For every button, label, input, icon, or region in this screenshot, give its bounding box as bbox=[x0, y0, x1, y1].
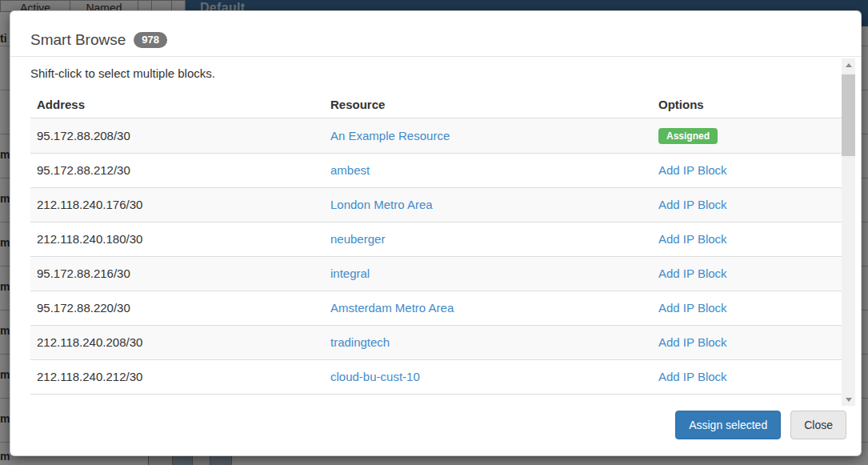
resource-cell: Amsterdam Metro Area bbox=[324, 291, 652, 326]
scrollbar-thumb[interactable] bbox=[842, 74, 855, 156]
address-cell[interactable]: 95.172.88.220/30 bbox=[30, 291, 324, 326]
options-cell: Add IP Block bbox=[652, 326, 842, 360]
address-cell[interactable]: 95.172.88.212/30 bbox=[30, 154, 324, 188]
resource-cell: tradingtech bbox=[324, 326, 652, 360]
close-button[interactable]: Close bbox=[790, 411, 846, 439]
add-ip-block-link[interactable]: Add IP Block bbox=[658, 163, 727, 177]
add-ip-block-link[interactable]: Add IP Block bbox=[658, 267, 727, 280]
modal-body: Shift-click to select multiple blocks. A… bbox=[10, 57, 861, 407]
resource-link[interactable]: ambest bbox=[330, 163, 370, 177]
options-cell: Add IP Block bbox=[652, 257, 842, 291]
address-cell[interactable]: 212.118.240.176/30 bbox=[30, 188, 324, 222]
resource-link[interactable]: integral bbox=[330, 267, 370, 280]
resource-link[interactable]: London Metro Area bbox=[330, 198, 433, 211]
address-cell[interactable]: 95.172.88.208/30 bbox=[30, 118, 324, 154]
scrollbar[interactable] bbox=[842, 58, 855, 406]
resource-link[interactable]: tradingtech bbox=[330, 335, 390, 349]
table-header-row: Address Resource Options bbox=[30, 91, 842, 118]
assign-selected-button[interactable]: Assign selected bbox=[675, 411, 781, 439]
modal-header: Smart Browse 978 bbox=[10, 11, 861, 57]
table-row[interactable]: 212.118.240.208/30 tradingtech Add IP Bl… bbox=[30, 326, 842, 360]
column-header-resource: Resource bbox=[324, 91, 652, 118]
scrollbar-down-arrow[interactable] bbox=[842, 393, 855, 406]
resource-cell: integral bbox=[324, 257, 652, 291]
column-header-options: Options bbox=[652, 91, 842, 118]
resource-cell: An Example Resource bbox=[324, 118, 652, 154]
address-cell[interactable]: 212.118.240.208/30 bbox=[30, 326, 324, 360]
address-cell[interactable]: 95.172.88.216/30 bbox=[30, 257, 324, 291]
table-row[interactable]: 95.172.88.220/30 Amsterdam Metro Area Ad… bbox=[30, 291, 842, 326]
table-row[interactable]: 95.172.88.208/30 An Example Resource Ass… bbox=[30, 118, 842, 154]
add-ip-block-link[interactable]: Add IP Block bbox=[658, 232, 727, 246]
column-header-address: Address bbox=[30, 91, 324, 118]
modal-footer: Assign selected Close bbox=[10, 407, 861, 455]
add-ip-block-link[interactable]: Add IP Block bbox=[658, 370, 727, 383]
table-row[interactable]: 212.118.240.180/30 neuberger Add IP Bloc… bbox=[30, 222, 842, 257]
table-row[interactable]: 95.172.88.216/30 integral Add IP Block bbox=[30, 257, 842, 291]
count-badge: 978 bbox=[134, 32, 167, 48]
hint-text: Shift-click to select multiple blocks. bbox=[30, 66, 831, 80]
options-cell: Add IP Block bbox=[652, 154, 842, 188]
add-ip-block-link[interactable]: Add IP Block bbox=[658, 198, 727, 211]
resource-link[interactable]: cloud-bu-cust-10 bbox=[330, 370, 420, 383]
options-cell: Add IP Block bbox=[652, 188, 842, 222]
address-cell[interactable]: 212.118.240.212/30 bbox=[30, 360, 324, 395]
options-cell: Add IP Block bbox=[652, 291, 842, 326]
resource-cell: London Metro Area bbox=[324, 188, 652, 222]
modal-title: Smart Browse bbox=[30, 31, 126, 49]
resource-link[interactable]: neuberger bbox=[330, 232, 385, 246]
options-cell: Add IP Block bbox=[652, 360, 842, 395]
resource-cell: cloud-bu-cust-10 bbox=[324, 360, 652, 395]
add-ip-block-link[interactable]: Add IP Block bbox=[658, 301, 727, 315]
options-cell: Assigned bbox=[652, 118, 842, 154]
smart-browse-modal: Smart Browse 978 Shift-click to select m… bbox=[10, 10, 862, 456]
table-row[interactable]: 212.118.240.212/30 cloud-bu-cust-10 Add … bbox=[30, 360, 842, 395]
scrollbar-up-arrow[interactable] bbox=[842, 58, 855, 71]
resource-link[interactable]: An Example Resource bbox=[330, 129, 450, 142]
table-row[interactable]: 95.172.88.212/30 ambest Add IP Block bbox=[30, 154, 842, 188]
address-cell[interactable]: 212.118.240.180/30 bbox=[30, 222, 324, 257]
blocks-table: Address Resource Options 95.172.88.208/3… bbox=[30, 91, 842, 395]
add-ip-block-link[interactable]: Add IP Block bbox=[658, 335, 727, 349]
resource-link[interactable]: Amsterdam Metro Area bbox=[330, 301, 454, 315]
options-cell: Add IP Block bbox=[652, 222, 842, 257]
resource-cell: ambest bbox=[324, 154, 652, 188]
resource-cell: neuberger bbox=[324, 222, 652, 257]
assigned-badge: Assigned bbox=[658, 128, 718, 144]
table-row[interactable]: 212.118.240.176/30 London Metro Area Add… bbox=[30, 188, 842, 222]
